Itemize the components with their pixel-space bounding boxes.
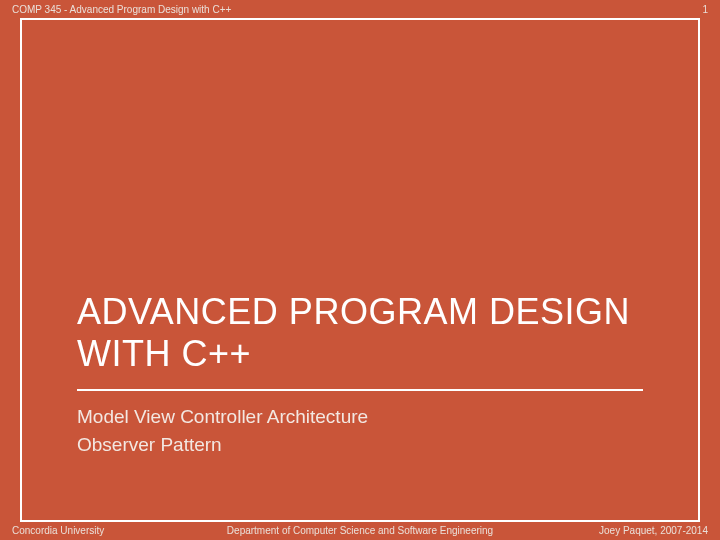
content-frame: ADVANCED PROGRAM DESIGN WITH C++ Model V… [20, 18, 700, 522]
course-label: COMP 345 - Advanced Program Design with … [12, 4, 231, 15]
slide: COMP 345 - Advanced Program Design with … [0, 0, 720, 540]
subtitle-line-1: Model View Controller Architecture [77, 403, 643, 431]
footer-university: Concordia University [12, 525, 104, 536]
footer-author: Joey Paquet, 2007-2014 [599, 525, 708, 536]
page-number: 1 [702, 4, 708, 15]
slide-header: COMP 345 - Advanced Program Design with … [0, 0, 720, 19]
slide-footer: Concordia University Department of Compu… [0, 521, 720, 540]
subtitle-line-2: Observer Pattern [77, 431, 643, 459]
slide-title: ADVANCED PROGRAM DESIGN WITH C++ [77, 101, 643, 375]
title-divider [77, 389, 643, 391]
slide-subtitle: Model View Controller Architecture Obser… [77, 403, 643, 458]
